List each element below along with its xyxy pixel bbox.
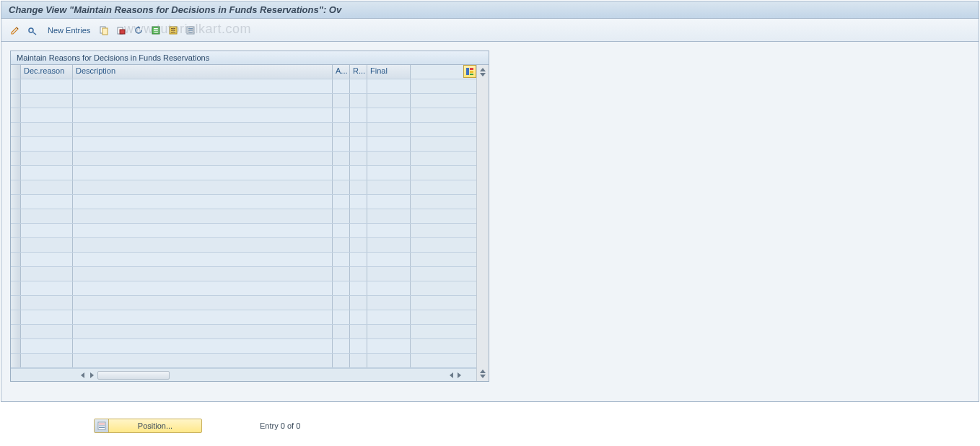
cell-final[interactable] (367, 339, 411, 353)
cell-dec-reason[interactable] (21, 339, 73, 353)
table-row[interactable] (11, 354, 476, 368)
table-row[interactable] (11, 108, 476, 123)
cell-dec-reason[interactable] (21, 108, 73, 122)
cell-dec-reason[interactable] (21, 195, 73, 209)
cell-a[interactable] (333, 224, 350, 237)
row-selector[interactable] (11, 152, 21, 165)
vscroll-bottom-up-arrow-icon[interactable] (480, 370, 486, 373)
cell-a[interactable] (333, 137, 350, 151)
column-header-description[interactable]: Description (73, 65, 333, 79)
undo-change-icon[interactable] (132, 24, 145, 37)
row-selector[interactable] (11, 325, 21, 338)
cell-r[interactable] (350, 209, 367, 223)
cell-a[interactable] (333, 166, 350, 180)
cell-description[interactable] (73, 224, 333, 237)
table-row[interactable] (11, 281, 476, 296)
cell-a[interactable] (333, 354, 350, 367)
table-row[interactable] (11, 79, 476, 94)
cell-description[interactable] (73, 79, 333, 93)
cell-final[interactable] (367, 152, 411, 165)
cell-final[interactable] (367, 195, 411, 209)
cell-final[interactable] (367, 310, 411, 324)
other-view-icon[interactable] (26, 24, 39, 37)
cell-final[interactable] (367, 296, 411, 310)
cell-a[interactable] (333, 195, 350, 209)
cell-description[interactable] (73, 310, 333, 324)
table-row[interactable] (11, 238, 476, 253)
row-selector[interactable] (11, 281, 21, 295)
table-row[interactable] (11, 224, 476, 238)
cell-r[interactable] (350, 195, 367, 209)
cell-final[interactable] (367, 238, 411, 252)
cell-a[interactable] (333, 339, 350, 353)
cell-description[interactable] (73, 325, 333, 338)
cell-final[interactable] (367, 209, 411, 223)
cell-a[interactable] (333, 79, 350, 93)
cell-description[interactable] (73, 253, 333, 266)
cell-r[interactable] (350, 180, 367, 194)
cell-dec-reason[interactable] (21, 166, 73, 180)
row-selector[interactable] (11, 238, 21, 252)
cell-description[interactable] (73, 281, 333, 295)
cell-r[interactable] (350, 310, 367, 324)
copy-as-icon[interactable] (97, 24, 110, 37)
cell-r[interactable] (350, 238, 367, 252)
cell-r[interactable] (350, 281, 367, 295)
table-row[interactable] (11, 209, 476, 224)
delete-icon[interactable] (115, 24, 128, 37)
cell-description[interactable] (73, 137, 333, 151)
cell-description[interactable] (73, 238, 333, 252)
table-row[interactable] (11, 123, 476, 137)
cell-a[interactable] (333, 253, 350, 266)
table-row[interactable] (11, 180, 476, 195)
table-row[interactable] (11, 325, 476, 339)
cell-dec-reason[interactable] (21, 209, 73, 223)
row-selector[interactable] (11, 137, 21, 151)
cell-dec-reason[interactable] (21, 325, 73, 338)
table-row[interactable] (11, 137, 476, 152)
table-row[interactable] (11, 310, 476, 325)
cell-final[interactable] (367, 123, 411, 136)
cell-a[interactable] (333, 267, 350, 281)
cell-dec-reason[interactable] (21, 310, 73, 324)
row-selector-header[interactable] (11, 65, 21, 79)
cell-r[interactable] (350, 354, 367, 367)
cell-final[interactable] (367, 253, 411, 266)
table-row[interactable] (11, 166, 476, 180)
cell-r[interactable] (350, 123, 367, 136)
cell-final[interactable] (367, 166, 411, 180)
cell-dec-reason[interactable] (21, 296, 73, 310)
cell-final[interactable] (367, 108, 411, 122)
cell-dec-reason[interactable] (21, 123, 73, 136)
toggle-display-change-icon[interactable] (9, 24, 22, 37)
row-selector[interactable] (11, 253, 21, 266)
vscroll-up-arrow-icon[interactable] (480, 68, 486, 71)
table-row[interactable] (11, 253, 476, 267)
cell-dec-reason[interactable] (21, 137, 73, 151)
cell-a[interactable] (333, 94, 350, 108)
cell-dec-reason[interactable] (21, 152, 73, 165)
cell-description[interactable] (73, 339, 333, 353)
row-selector[interactable] (11, 195, 21, 209)
cell-r[interactable] (350, 296, 367, 310)
cell-a[interactable] (333, 152, 350, 165)
hscroll-right-arrow-icon[interactable] (90, 372, 94, 378)
cell-r[interactable] (350, 108, 367, 122)
table-row[interactable] (11, 94, 476, 108)
table-row[interactable] (11, 296, 476, 310)
table-row[interactable] (11, 195, 476, 209)
cell-dec-reason[interactable] (21, 354, 73, 367)
row-selector[interactable] (11, 166, 21, 180)
row-selector[interactable] (11, 94, 21, 108)
row-selector[interactable] (11, 209, 21, 223)
cell-description[interactable] (73, 267, 333, 281)
cell-a[interactable] (333, 180, 350, 194)
cell-description[interactable] (73, 94, 333, 108)
cell-description[interactable] (73, 152, 333, 165)
row-selector[interactable] (11, 123, 21, 136)
cell-r[interactable] (350, 166, 367, 180)
column-header-r[interactable]: R... (350, 65, 367, 79)
cell-r[interactable] (350, 137, 367, 151)
cell-r[interactable] (350, 339, 367, 353)
new-entries-button[interactable]: New Entries (48, 26, 90, 35)
